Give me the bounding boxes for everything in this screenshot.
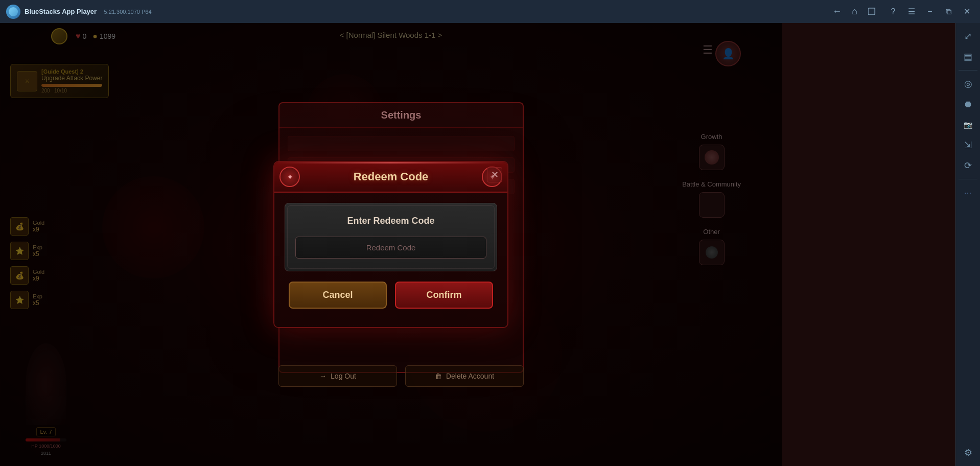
titlebar: BlueStacks App Player 5.21.300.1070 P64 … [0, 0, 980, 23]
sidebar-divider-1 [959, 70, 978, 71]
version-label: 5.21.300.1070 P64 [104, 9, 152, 15]
sidebar-camera-button[interactable]: ◎ [959, 75, 977, 93]
home-button[interactable]: ⌂ [852, 6, 857, 17]
more-dots-icon: ··· [964, 189, 972, 197]
camera-icon: ◎ [964, 78, 972, 89]
menu-button[interactable]: ☰ [904, 5, 919, 19]
redeem-header: ✦ Redeem Code ✦ ✕ [274, 162, 507, 193]
settings-gear-icon: ⚙ [964, 447, 972, 458]
app-name-label: BlueStacks App Player [25, 8, 97, 15]
cancel-button[interactable]: Cancel [289, 282, 387, 309]
titlebar-nav: ← ⌂ ❐ [832, 6, 876, 17]
sidebar-resize-button[interactable]: ⇲ [959, 136, 977, 154]
bluestacks-sidebar: ⤢ ▤ ◎ ⏺ 📷 ⇲ ⟳ ··· ⚙ [955, 23, 980, 466]
sidebar-layout-icon: ▤ [964, 51, 972, 62]
logo-inner [9, 7, 18, 16]
redeem-code-input[interactable] [295, 237, 486, 259]
sidebar-more-button[interactable]: ··· [959, 183, 977, 202]
minimize-button[interactable]: − [923, 5, 937, 19]
redeem-title: Redeem Code [285, 170, 497, 183]
close-button[interactable]: ✕ [960, 5, 974, 19]
sidebar-divider-2 [959, 179, 978, 179]
help-button[interactable]: ? [886, 5, 900, 19]
redeem-body: Enter Redeem Code Cancel Confirm [274, 193, 507, 327]
restore-button[interactable]: ⧉ [941, 5, 955, 19]
sidebar-sync-button[interactable]: ⟳ [959, 156, 977, 175]
expand-arrows-icon: ⤢ [964, 31, 972, 42]
header-ornament-left: ✦ [279, 167, 300, 187]
sync-icon: ⟳ [964, 160, 972, 171]
redeem-close-button[interactable]: ✕ [487, 167, 502, 182]
redeem-close-icon: ✕ [491, 169, 499, 180]
titlebar-controls: ? ☰ − ⧉ ✕ [886, 5, 974, 19]
sidebar-expand-button[interactable]: ⤢ [959, 27, 977, 45]
app-logo [6, 5, 20, 19]
sidebar-settings-button[interactable]: ⚙ [959, 444, 977, 462]
sidebar-screenshot-button[interactable]: 📷 [959, 115, 977, 134]
redeem-code-box: Enter Redeem Code [285, 203, 497, 271]
copy-button[interactable]: ❐ [868, 6, 876, 17]
redeem-code-label: Enter Redeem Code [295, 216, 486, 226]
resize-icon: ⇲ [964, 139, 972, 151]
redeem-dialog: ✦ Redeem Code ✦ ✕ Enter Redeem Code Canc… [273, 161, 508, 328]
sidebar-record-button[interactable]: ⏺ [959, 95, 977, 113]
screenshot-icon: 📷 [964, 121, 972, 129]
app-title: BlueStacks App Player 5.21.300.1070 P64 [25, 8, 832, 15]
sidebar-layout-button[interactable]: ▤ [959, 48, 977, 66]
confirm-button[interactable]: Confirm [395, 282, 493, 309]
redeem-action-buttons: Cancel Confirm [285, 282, 497, 317]
back-button[interactable]: ← [832, 6, 842, 17]
record-icon: ⏺ [964, 99, 973, 110]
redeem-overlay: ✦ Redeem Code ✦ ✕ Enter Redeem Code Canc… [0, 23, 782, 466]
